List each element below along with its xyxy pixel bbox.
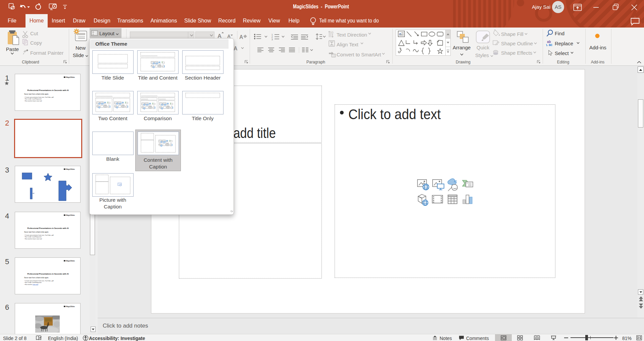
svg-text:Content with: Content with <box>144 157 172 163</box>
svg-text:Caption: Caption <box>104 204 121 209</box>
svg-text:Never start from a blank slide: Never start from a blank slide again. <box>24 277 49 279</box>
svg-text:Title and Content: Title and Content <box>138 75 178 81</box>
svg-text:A: A <box>239 34 243 40</box>
svg-text:• No need to learn new tool: • No need to learn new tool <box>24 100 42 102</box>
svg-text:Professional Presentations in: Professional Presentations in Seconds wi… <box>27 89 69 91</box>
svg-text:2: 2 <box>271 36 273 38</box>
svg-text:Two Content: Two Content <box>98 115 128 121</box>
svg-text:Section Header: Section Header <box>185 75 221 81</box>
svg-text:Professional Presentations in: Professional Presentations in Seconds wi… <box>27 273 69 275</box>
svg-text:MagicSlides: MagicSlides <box>66 168 75 170</box>
svg-text:Picture with: Picture with <box>99 197 126 203</box>
svg-text:• Create presentation from tex: • Create presentation from text, YouTube… <box>24 234 54 236</box>
svg-text:• Create presentation from tex: • Create presentation from text, YouTube… <box>24 96 54 98</box>
svg-text:Title Slide: Title Slide <box>101 75 124 81</box>
svg-text:Never start from a blank slide: Never start from a blank slide again. <box>24 231 49 233</box>
svg-text:Comparison: Comparison <box>144 115 172 121</box>
svg-text:• No Credit Card Required: • No Credit Card Required <box>24 98 42 100</box>
svg-text:MagicSlides: MagicSlides <box>66 77 75 78</box>
svg-text:• No Credit Card Required: • No Credit Card Required <box>24 236 42 238</box>
svg-text:Caption: Caption <box>149 164 167 169</box>
svg-text:1: 1 <box>271 34 273 36</box>
svg-text:ac: ac <box>549 43 553 47</box>
svg-text:• No Credit Card Required: • No Credit Card Required <box>24 282 42 283</box>
svg-text:Title Only: Title Only <box>192 115 214 121</box>
svg-text:Never start from a blank slide: Never start from a blank slide again. <box>24 93 49 95</box>
svg-text:MagicSlides: MagicSlides <box>66 260 75 262</box>
svg-text:A: A <box>332 31 334 34</box>
svg-text:• No need to new tool: • No need to new tool <box>24 284 38 285</box>
svg-text:3: 3 <box>271 38 273 41</box>
svg-text:• No need to learn new tool: • No need to learn new tool <box>24 238 42 240</box>
svg-text:MagicSlides: MagicSlides <box>66 306 75 307</box>
svg-text:• Create presentation from tex: • Create presentation from text, YouTube… <box>24 280 54 282</box>
svg-text:Blank: Blank <box>106 156 119 162</box>
svg-text:MagicSlides: MagicSlides <box>66 214 75 216</box>
svg-text:Professional Presentations in: Professional Presentations in Seconds wi… <box>27 227 69 229</box>
